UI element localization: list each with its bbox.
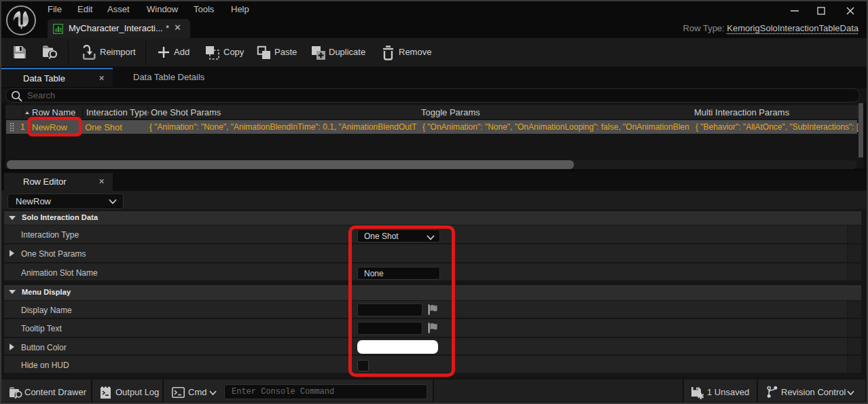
svg-text:✱: ✱ (698, 391, 704, 399)
